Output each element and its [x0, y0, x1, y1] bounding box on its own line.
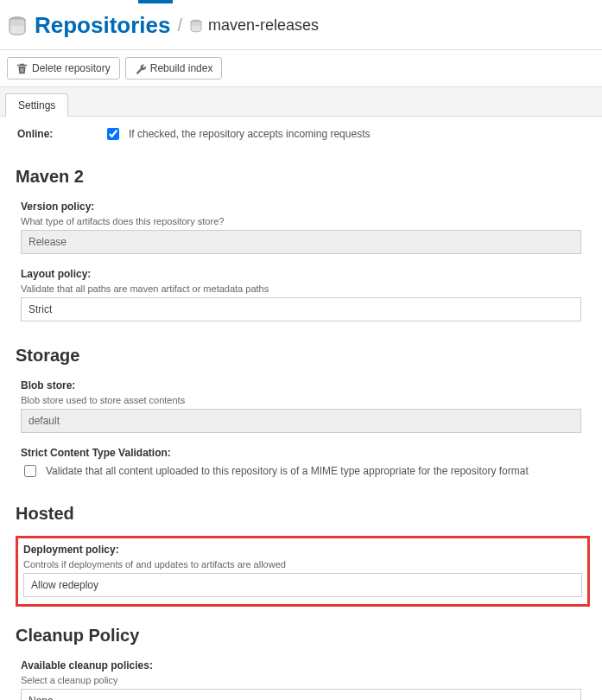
field-deployment-policy: Deployment policy: Controls if deploymen…: [22, 542, 584, 601]
section-hosted-title: Hosted: [0, 488, 602, 532]
field-strict-content: Strict Content Type Validation: Validate…: [0, 442, 602, 488]
field-blob-store: Blob store: Blob store used to store ass…: [0, 374, 602, 442]
cleanup-label: Available cleanup policies:: [21, 659, 581, 671]
tab-bar: Settings: [0, 87, 602, 117]
delete-button-label: Delete repository: [32, 62, 111, 74]
online-label: Online:: [17, 128, 60, 140]
breadcrumb-separator: /: [178, 16, 183, 35]
blob-store-label: Blob store:: [21, 379, 581, 391]
strict-content-help: Validate that all content uploaded to th…: [46, 465, 529, 477]
deployment-policy-highlight: Deployment policy: Controls if deploymen…: [16, 536, 590, 607]
version-policy-label: Version policy:: [21, 200, 581, 213]
section-storage-title: Storage: [0, 330, 602, 374]
trash-icon: [16, 63, 28, 74]
section-maven2-title: Maven 2: [0, 151, 602, 195]
online-help: If checked, the repository accepts incom…: [129, 128, 370, 140]
section-cleanup-title: Cleanup Policy: [0, 610, 602, 654]
field-version-policy: Version policy: What type of artifacts d…: [0, 195, 602, 263]
cleanup-help: Select a cleanup policy: [21, 675, 581, 685]
field-layout-policy: Layout policy: Validate that all paths a…: [0, 263, 602, 330]
blob-store-help: Blob store used to store asset contents: [21, 395, 581, 405]
online-row: Online: If checked, the repository accep…: [0, 117, 602, 151]
strict-content-checkbox[interactable]: [24, 465, 36, 477]
breadcrumb-item: maven-releases: [189, 16, 319, 35]
content-area: Online: If checked, the repository accep…: [0, 117, 602, 700]
deployment-policy-select[interactable]: Allow redeploy: [23, 573, 582, 597]
breadcrumb-text: maven-releases: [208, 16, 319, 35]
online-checkbox[interactable]: [107, 128, 119, 140]
delete-repository-button[interactable]: Delete repository: [7, 57, 120, 80]
strict-content-label: Strict Content Type Validation:: [21, 447, 581, 459]
page-header: Repositories / maven-releases: [0, 3, 602, 50]
layout-policy-select[interactable]: Strict: [21, 297, 581, 321]
layout-policy-label: Layout policy:: [21, 268, 581, 280]
version-policy-select[interactable]: Release: [21, 230, 581, 254]
database-icon: [7, 16, 28, 36]
page-title-link[interactable]: Repositories: [7, 12, 171, 39]
page-title-text: Repositories: [35, 12, 171, 39]
deployment-policy-label: Deployment policy:: [23, 544, 582, 556]
field-cleanup-policies: Available cleanup policies: Select a cle…: [0, 654, 602, 700]
cleanup-select[interactable]: None: [21, 689, 581, 700]
deployment-policy-help: Controls if deployments of and updates t…: [23, 559, 582, 570]
blob-store-select[interactable]: default: [21, 409, 581, 433]
wrench-icon: [135, 63, 146, 74]
toolbar: Delete repository Rebuild index: [0, 50, 602, 87]
tab-settings[interactable]: Settings: [5, 93, 68, 117]
version-policy-help: What type of artifacts does this reposit…: [21, 216, 581, 226]
rebuild-index-button[interactable]: Rebuild index: [125, 57, 223, 80]
layout-policy-help: Validate that all paths are maven artifa…: [21, 283, 581, 294]
rebuild-button-label: Rebuild index: [150, 62, 213, 74]
database-small-icon: [189, 19, 203, 33]
